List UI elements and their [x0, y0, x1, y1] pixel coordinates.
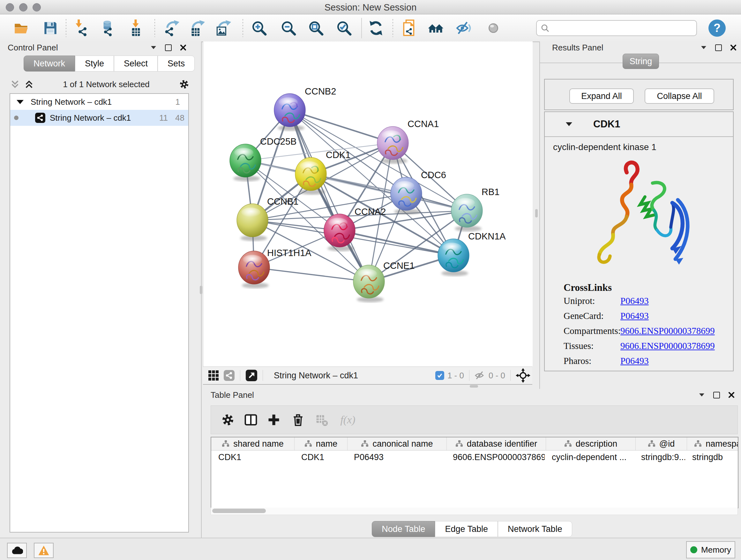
splitter-handle[interactable]: [470, 385, 478, 388]
tab-style[interactable]: Style: [75, 56, 114, 71]
zoom-selected-button[interactable]: [334, 18, 354, 38]
search-input[interactable]: [549, 22, 696, 35]
table-cell[interactable]: 9606.ENSP00000378699: [446, 452, 545, 462]
tab-network[interactable]: Network: [23, 56, 75, 71]
column-header-database-identifier[interactable]: database identifier: [447, 437, 546, 450]
open-ndex-browser-button[interactable]: [426, 18, 446, 38]
zoom-fit-button[interactable]: [307, 18, 326, 38]
float-panel-icon[interactable]: [715, 44, 722, 51]
network-collection-row[interactable]: String Network – cdk1 1: [10, 94, 188, 110]
column-header-canonical-name[interactable]: canonical name: [347, 437, 447, 450]
crosslink-value-link[interactable]: 9606.ENSP00000378699: [620, 326, 715, 336]
birds-eye-grid-icon[interactable]: [208, 370, 219, 381]
splitter-handle[interactable]: [200, 286, 202, 294]
import-network-button[interactable]: [71, 18, 91, 38]
memory-status-dot: [690, 546, 697, 553]
splitter-handle[interactable]: [535, 209, 538, 217]
crosslink-value-link[interactable]: P06493: [620, 356, 649, 366]
cloud-status-button[interactable]: [7, 543, 27, 558]
selected-checkbox[interactable]: [435, 371, 444, 380]
help-button[interactable]: ?: [709, 19, 726, 37]
column-header--id[interactable]: @id: [636, 437, 687, 450]
table-cell[interactable]: cyclin-dependent ...: [545, 452, 634, 462]
fit-content-crosshair-icon[interactable]: [516, 368, 530, 383]
table-cell[interactable]: stringdb: [685, 452, 738, 462]
tab-string[interactable]: String: [623, 54, 659, 69]
table-settings-button[interactable]: [218, 410, 238, 430]
open-session-button[interactable]: [12, 18, 31, 38]
table-row[interactable]: CDK1CDK1P064939606.ENSP00000378699cyclin…: [211, 450, 738, 464]
network-node[interactable]: [295, 158, 327, 195]
network-graph[interactable]: CCNB2CCNA1CDC25BCDK1CDC6RB1CCNB1CCNA2CDK…: [203, 42, 533, 367]
share-view-icon[interactable]: [223, 370, 235, 381]
zoom-in-button[interactable]: [250, 18, 269, 38]
network-node[interactable]: [239, 251, 270, 288]
network-canvas[interactable]: CCNB2CCNA1CDC25BCDK1CDC6RB1CCNB1CCNA2CDK…: [203, 42, 533, 367]
expand-all-chevrons-icon[interactable]: [10, 79, 20, 89]
network-node[interactable]: [353, 265, 385, 302]
network-node[interactable]: [377, 126, 408, 164]
network-node-label: CCNB2: [305, 86, 336, 97]
column-header-name[interactable]: name: [294, 437, 347, 450]
table-horizontal-scrollbar[interactable]: [211, 508, 738, 515]
collapse-all-chevrons-icon[interactable]: [24, 79, 34, 89]
warnings-button[interactable]: [34, 543, 54, 558]
close-panel-icon[interactable]: [730, 44, 737, 51]
crosslink-value-link[interactable]: 9606.ENSP00000378699: [620, 341, 715, 351]
scrollbar-thumb[interactable]: [212, 509, 266, 513]
close-panel-icon[interactable]: [728, 392, 735, 398]
tab-node-table[interactable]: Node Table: [372, 521, 435, 537]
collection-expand-icon[interactable]: [17, 100, 23, 104]
zoom-out-button[interactable]: [279, 18, 298, 38]
collapse-section-icon[interactable]: [566, 122, 572, 126]
crosslink-value-link[interactable]: P06493: [620, 311, 649, 321]
crosslink-value-link[interactable]: P06493: [620, 296, 649, 306]
network-row-selected[interactable]: String Network – cdk1 11 48: [10, 110, 188, 126]
export-table-button[interactable]: [188, 18, 207, 38]
network-node[interactable]: [274, 94, 306, 131]
panel-menu-icon[interactable]: [699, 393, 704, 396]
export-image-button[interactable]: [213, 18, 232, 38]
show-panel-button[interactable]: [484, 18, 503, 38]
open-in-new-window-icon[interactable]: [246, 369, 258, 381]
protein-card-header[interactable]: CDK1: [545, 112, 733, 137]
search-box[interactable]: [536, 20, 697, 36]
function-builder-button[interactable]: f(x): [338, 410, 358, 430]
network-node[interactable]: [451, 194, 482, 232]
table-cell[interactable]: CDK1: [294, 452, 347, 462]
import-network-from-database-button[interactable]: [98, 18, 117, 38]
tab-edge-table[interactable]: Edge Table: [435, 521, 498, 537]
panel-menu-icon[interactable]: [701, 46, 706, 49]
show-columns-button[interactable]: [241, 410, 261, 430]
delete-table-button[interactable]: [312, 410, 332, 430]
add-column-button[interactable]: [264, 410, 284, 430]
node-table[interactable]: shared namenamecanonical namedatabase id…: [211, 437, 738, 508]
hide-panel-button[interactable]: [455, 18, 474, 38]
gear-icon[interactable]: [179, 79, 190, 90]
network-node[interactable]: [438, 239, 469, 276]
export-network-button[interactable]: [162, 18, 181, 38]
table-cell[interactable]: stringdb:9...: [634, 452, 685, 462]
float-panel-icon[interactable]: [165, 44, 172, 51]
collapse-all-button[interactable]: Collapse All: [645, 88, 714, 104]
table-cell[interactable]: CDK1: [211, 452, 294, 462]
import-table-button[interactable]: [126, 18, 145, 38]
network-node[interactable]: [237, 204, 268, 241]
panel-menu-icon[interactable]: [151, 46, 156, 49]
export-to-ndex-button[interactable]: [401, 18, 420, 38]
close-panel-icon[interactable]: [180, 44, 186, 51]
column-header-description[interactable]: description: [546, 437, 636, 450]
tab-network-table[interactable]: Network Table: [498, 521, 572, 537]
column-header-shared-name[interactable]: shared name: [211, 437, 294, 450]
save-session-button[interactable]: [41, 18, 60, 38]
network-node[interactable]: [230, 144, 261, 181]
memory-button[interactable]: Memory: [686, 541, 735, 558]
delete-column-button[interactable]: [288, 410, 308, 430]
tab-select[interactable]: Select: [114, 56, 158, 71]
tab-sets[interactable]: Sets: [158, 56, 195, 71]
expand-all-button[interactable]: Expand All: [569, 88, 634, 104]
column-header-namespace[interactable]: namespace: [687, 437, 738, 450]
float-panel-icon[interactable]: [713, 392, 720, 398]
refresh-button[interactable]: [366, 18, 386, 38]
table-cell[interactable]: P06493: [347, 452, 446, 462]
